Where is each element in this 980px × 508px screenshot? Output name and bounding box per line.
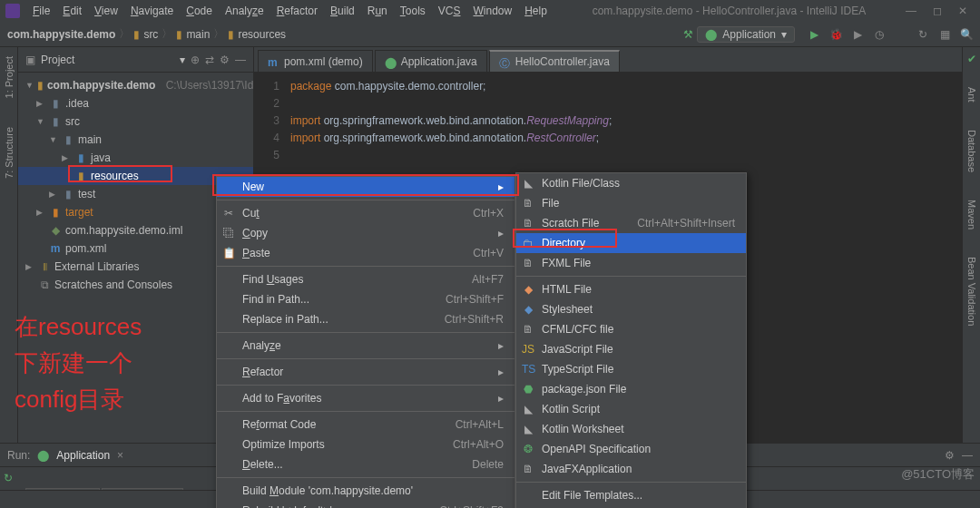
menu-refactor[interactable]: Refactor bbox=[271, 3, 323, 19]
watermark: @51CTO博客 bbox=[901, 466, 975, 483]
chevron-down-icon: ▾ bbox=[781, 28, 787, 41]
new-fxml[interactable]: 🗎FXML File bbox=[516, 253, 746, 273]
fxml-icon: 🗎 bbox=[522, 257, 534, 269]
ctx-rebuild[interactable]: Rebuild '<default>'Ctrl+Shift+F9 bbox=[217, 501, 514, 508]
crumb-sep: 〉 bbox=[119, 26, 130, 42]
inspections-ok-icon[interactable]: ✔ bbox=[967, 53, 976, 65]
tab-maven[interactable]: Maven bbox=[965, 194, 979, 235]
search-icon[interactable]: 🔍 bbox=[960, 28, 973, 41]
close-button[interactable]: ✕ bbox=[958, 5, 967, 17]
hide-icon[interactable]: — bbox=[235, 54, 246, 66]
editor-tabs: mpom.xml (demo) ⬤Application.java ⒸHello… bbox=[254, 47, 962, 73]
run-icon[interactable]: ▶ bbox=[808, 28, 820, 41]
tab-bean-validation[interactable]: Bean Validation bbox=[965, 251, 979, 331]
ctx-delete[interactable]: Delete...Delete bbox=[217, 454, 514, 474]
new-js[interactable]: JSJavaScript File bbox=[516, 339, 746, 359]
folder-icon: 🗀 bbox=[522, 237, 534, 249]
new-cfml[interactable]: 🗎CFML/CFC file bbox=[516, 319, 746, 339]
tab-ant[interactable]: Ant bbox=[965, 82, 979, 108]
menu-tools[interactable]: Tools bbox=[395, 3, 431, 19]
tab-application[interactable]: ⬤Application.java bbox=[375, 50, 487, 72]
profile-icon[interactable]: ◷ bbox=[873, 28, 886, 41]
gear-icon[interactable]: ⚙ bbox=[220, 54, 230, 66]
code-lines[interactable]: package com.happysite.demo.controller; i… bbox=[290, 78, 962, 164]
menu-view[interactable]: View bbox=[89, 3, 123, 19]
ctx-cut[interactable]: ✂CutCtrl+X bbox=[217, 203, 514, 223]
target-icon[interactable]: ⊕ bbox=[191, 54, 200, 66]
project-icon: ▣ bbox=[25, 54, 35, 66]
tree-src[interactable]: ▼▮src bbox=[18, 112, 253, 131]
kotlin-icon: ◣ bbox=[522, 177, 534, 190]
menu-file[interactable]: File bbox=[27, 3, 55, 19]
menu-code[interactable]: Code bbox=[181, 3, 218, 19]
html-icon: ◆ bbox=[522, 283, 534, 296]
new-kotlin-ws[interactable]: ◣Kotlin Worksheet bbox=[516, 419, 746, 439]
ctx-copy[interactable]: ⿻Copy▸ bbox=[217, 223, 514, 243]
tab-database[interactable]: Database bbox=[965, 124, 979, 178]
run-app-name: Application bbox=[56, 449, 110, 462]
menu-navigate[interactable]: Navigate bbox=[125, 3, 179, 19]
menu-vcs[interactable]: VCS bbox=[433, 3, 466, 19]
tree-root[interactable]: ▼▮com.happysite.demo C:\Users\13917\Id bbox=[18, 76, 253, 94]
new-edit-templates[interactable]: Edit File Templates... bbox=[516, 485, 746, 505]
new-scratch[interactable]: 🗎Scratch FileCtrl+Alt+Shift+Insert bbox=[516, 213, 746, 233]
ctx-replace-in-path[interactable]: Replace in Path...Ctrl+Shift+R bbox=[217, 309, 514, 329]
ctx-find-usages[interactable]: Find UsagesAlt+F7 bbox=[217, 269, 514, 289]
spring-icon: ⬤ bbox=[37, 449, 49, 462]
ctx-build-module[interactable]: Build Module 'com.happysite.demo' bbox=[217, 481, 514, 501]
new-directory[interactable]: 🗀Directory bbox=[516, 233, 746, 253]
new-stylesheet[interactable]: ◆Stylesheet bbox=[516, 299, 746, 319]
ctx-refactor[interactable]: Refactor▸ bbox=[217, 362, 514, 382]
new-file[interactable]: 🗎File bbox=[516, 193, 746, 213]
minimize-button[interactable]: — bbox=[906, 5, 916, 17]
tab-pom[interactable]: mpom.xml (demo) bbox=[258, 50, 373, 72]
ctx-favorites[interactable]: Add to Favorites▸ bbox=[217, 388, 514, 408]
update-icon[interactable]: ↻ bbox=[916, 28, 929, 41]
tree-main[interactable]: ▼▮main bbox=[18, 131, 253, 149]
collapse-icon[interactable]: ⇄ bbox=[205, 54, 214, 66]
crumb-src[interactable]: src bbox=[143, 28, 158, 41]
tab-structure[interactable]: 7: Structure bbox=[2, 122, 16, 184]
menu-run[interactable]: Run bbox=[362, 3, 393, 19]
menu-bar: File Edit View Navigate Code Analyze Ref… bbox=[27, 3, 553, 19]
new-ts[interactable]: TSTypeScript File bbox=[516, 359, 746, 379]
maximize-button[interactable]: ◻ bbox=[933, 5, 942, 17]
ctx-analyze[interactable]: Analyze▸ bbox=[217, 336, 514, 356]
new-packagejson[interactable]: ⬣package.json File bbox=[516, 379, 746, 399]
gear-icon[interactable]: ⚙ bbox=[945, 449, 955, 462]
tree-java[interactable]: ▶▮java bbox=[18, 149, 253, 167]
menu-window[interactable]: Window bbox=[467, 3, 517, 19]
structure-icon[interactable]: ▦ bbox=[938, 28, 951, 41]
new-openapi[interactable]: ❂OpenAPI Specification bbox=[516, 439, 746, 459]
menu-edit[interactable]: Edit bbox=[57, 3, 87, 19]
menu-help[interactable]: Help bbox=[519, 3, 553, 19]
hide-icon[interactable]: — bbox=[962, 449, 973, 462]
run-config-selector[interactable]: ⬤ Application ▾ bbox=[697, 26, 795, 43]
crumb-resources[interactable]: resources bbox=[238, 28, 286, 41]
crumb-project[interactable]: com.happysite.demo bbox=[7, 28, 115, 41]
coverage-icon[interactable]: ▶ bbox=[851, 28, 864, 41]
chevron-down-icon[interactable]: ▾ bbox=[180, 54, 185, 66]
close-tab-icon[interactable]: × bbox=[117, 449, 123, 462]
ctx-paste[interactable]: 📋PasteCtrl+V bbox=[217, 243, 514, 263]
rerun-icon[interactable]: ↻ bbox=[4, 472, 13, 484]
ctx-optimize-imports[interactable]: Optimize ImportsCtrl+Alt+O bbox=[217, 435, 514, 454]
new-html[interactable]: ◆HTML File bbox=[516, 279, 746, 299]
new-kotlin-class[interactable]: ◣Kotlin File/Class bbox=[516, 173, 746, 193]
code-editor[interactable]: 12345 package com.happysite.demo.control… bbox=[254, 73, 962, 170]
hammer-icon[interactable]: ⚒ bbox=[683, 28, 693, 41]
tree-idea[interactable]: ▶▮.idea bbox=[18, 94, 253, 112]
tab-hellocontroller[interactable]: ⒸHelloController.java bbox=[489, 50, 620, 72]
ctx-new[interactable]: New▸ bbox=[217, 177, 514, 197]
debug-icon[interactable]: 🐞 bbox=[829, 28, 842, 41]
new-kotlin-script[interactable]: ◣Kotlin Script bbox=[516, 399, 746, 419]
ctx-reformat[interactable]: Reformat CodeCtrl+Alt+L bbox=[217, 415, 514, 435]
stop-icon[interactable] bbox=[895, 28, 907, 41]
menu-analyze[interactable]: Analyze bbox=[220, 3, 270, 19]
crumb-main[interactable]: main bbox=[186, 28, 210, 41]
project-panel-header: ▣ Project ▾ ⊕ ⇄ ⚙ — bbox=[18, 47, 253, 73]
tab-project[interactable]: 1: Project bbox=[2, 51, 16, 103]
new-javafx[interactable]: 🗎JavaFXApplication bbox=[516, 459, 746, 479]
ctx-find-in-path[interactable]: Find in Path...Ctrl+Shift+F bbox=[217, 289, 514, 309]
menu-build[interactable]: Build bbox=[325, 3, 360, 19]
